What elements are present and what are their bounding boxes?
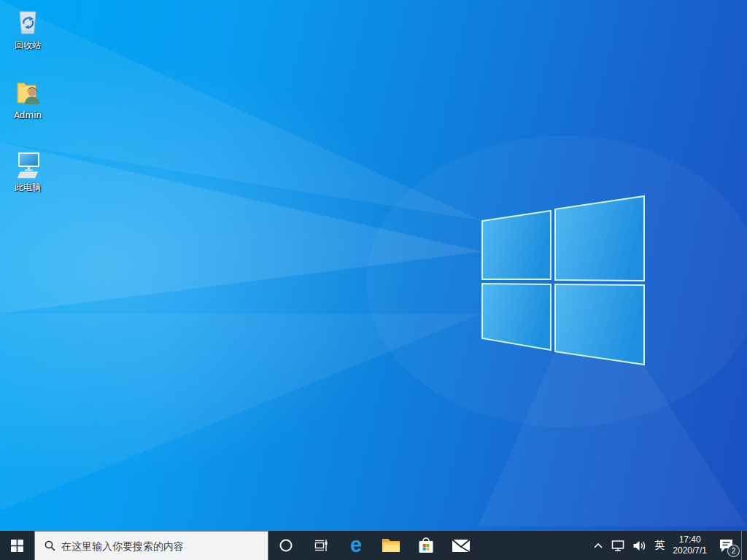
network-tray-button[interactable] <box>607 531 629 560</box>
task-view-icon <box>314 538 328 553</box>
network-icon <box>611 540 625 552</box>
store-icon <box>417 536 436 555</box>
show-desktop-button[interactable] <box>741 531 747 560</box>
taskbar-search[interactable] <box>34 531 268 560</box>
tray-overflow-button[interactable] <box>589 531 607 560</box>
ime-indicator[interactable]: 英 <box>650 531 669 560</box>
cortana-button[interactable] <box>268 531 303 560</box>
windows-start-icon <box>11 540 23 552</box>
desktop-icon-user-folder[interactable]: Admin <box>4 77 52 120</box>
desktop-icon-label: 此电脑 <box>15 182 41 192</box>
volume-tray-button[interactable] <box>629 531 650 560</box>
clock[interactable]: 17:40 2020/7/1 <box>669 531 711 560</box>
notification-badge: 2 <box>728 545 739 556</box>
user-folder-icon <box>12 77 44 109</box>
desktop-icon-label: Admin <box>14 110 42 120</box>
task-view-button[interactable] <box>303 531 338 560</box>
store-button[interactable] <box>409 531 444 560</box>
volume-icon <box>632 540 646 551</box>
this-pc-icon <box>12 149 44 181</box>
cortana-icon <box>279 538 293 553</box>
file-explorer-icon <box>382 537 400 553</box>
desktop-icon-recycle-bin[interactable]: 回收站 <box>4 7 52 50</box>
search-input[interactable] <box>55 540 268 552</box>
desktop-icon-this-pc[interactable]: 此电脑 <box>4 149 52 192</box>
system-tray: 英 17:40 2020/7/1 2 <box>589 531 747 560</box>
windows-logo-artwork <box>0 0 747 531</box>
logo-glow <box>366 136 747 427</box>
start-button[interactable] <box>0 531 34 560</box>
edge-icon: e <box>350 534 362 556</box>
recycle-bin-icon <box>12 7 44 39</box>
desktop-wallpaper <box>0 0 747 531</box>
search-icon <box>44 540 55 551</box>
clock-date: 2020/7/1 <box>673 545 707 556</box>
desktop-icon-label: 回收站 <box>15 40 41 50</box>
taskbar: e <box>0 531 747 560</box>
mail-icon <box>451 537 471 553</box>
action-center-button[interactable]: 2 <box>711 531 741 560</box>
edge-button[interactable]: e <box>338 531 374 560</box>
clock-time: 17:40 <box>679 534 701 545</box>
desktop-screen: 回收站 Admin <box>0 0 747 560</box>
chevron-up-icon <box>593 542 603 549</box>
mail-button[interactable] <box>444 531 479 560</box>
file-explorer-button[interactable] <box>374 531 409 560</box>
